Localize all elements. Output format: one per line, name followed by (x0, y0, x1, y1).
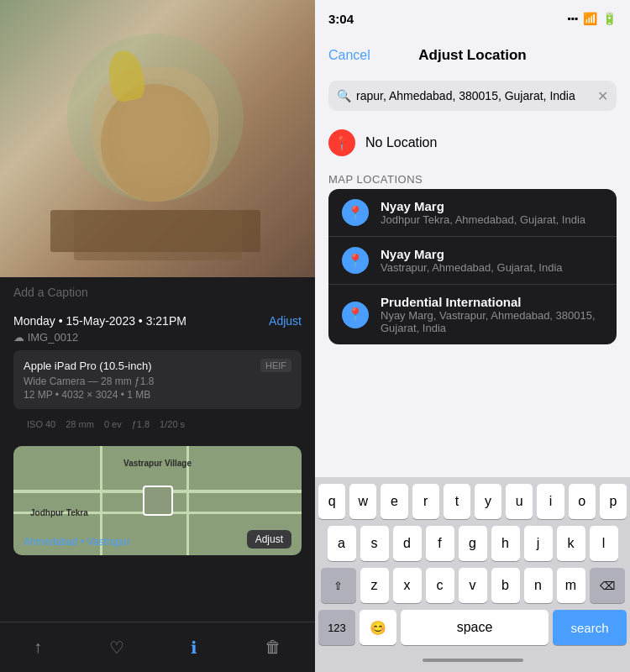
key-t[interactable]: t (444, 484, 470, 519)
result-item-0[interactable]: 📍 Nyay Marg Jodhpur Tekra, Ahmedabad, Gu… (328, 189, 617, 237)
key-k[interactable]: k (557, 526, 585, 561)
result-text-1: Nyay Marg Vastrapur, Ahmedabad, Gujarat,… (381, 247, 603, 274)
favorite-icon[interactable]: ♡ (109, 638, 124, 658)
location-pin-0: 📍 (342, 199, 369, 226)
key-i[interactable]: i (537, 484, 564, 519)
filename: ☁ IMG_0012 (13, 331, 302, 344)
map-photo-thumbnail (143, 486, 173, 516)
map-label-vastrapur: Vastrapur Village (123, 459, 192, 468)
result-item-2[interactable]: 📍 Prudential International Nyay Marg, Va… (328, 285, 617, 344)
right-panel: 3:04 ▪▪▪ 📶 🔋 Cancel Adjust Location 🔍 ra… (315, 0, 630, 672)
map-adjust-button[interactable]: Adjust (247, 530, 291, 549)
key-r[interactable]: r (412, 484, 439, 519)
status-icons: ▪▪▪ 📶 🔋 (567, 12, 617, 25)
keyboard-row-4: 123 😊 space search (318, 610, 627, 645)
location-off-icon: 📍 (333, 135, 350, 151)
adjust-link[interactable]: Adjust (269, 314, 302, 328)
specs-text: 12 MP • 4032 × 3024 • 1 MB (24, 389, 150, 401)
left-panel: Add a Caption Monday • 15-May-2023 • 3:2… (0, 0, 315, 672)
exif-row: ISO 40 28 mm 0 ev ƒ1.8 1/20 s (13, 416, 302, 433)
format-badge: HEIF (260, 359, 291, 372)
battery-icon: 🔋 (602, 12, 617, 25)
date-row: Monday • 15-May-2023 • 3:21PM Adjust (13, 314, 302, 328)
result-name-1: Nyay Marg (381, 247, 603, 261)
tech-specs: 12 MP • 4032 × 3024 • 1 MB (24, 389, 291, 401)
key-emoji[interactable]: 😊 (360, 610, 396, 645)
map-link-row: Ahmedabad • Vastrapur (24, 533, 130, 549)
location-pin-1: 📍 (342, 247, 369, 274)
key-p[interactable]: p (600, 484, 627, 519)
result-name-2: Prudential International (381, 295, 603, 309)
map-location-link[interactable]: Ahmedabad • Vastrapur (24, 536, 130, 548)
results-list: 📍 Nyay Marg Jodhpur Tekra, Ahmedabad, Gu… (328, 189, 617, 344)
key-o[interactable]: o (569, 484, 596, 519)
meta-section: Monday • 15-May-2023 • 3:21PM Adjust ☁ I… (0, 307, 315, 439)
key-h[interactable]: h (491, 526, 520, 561)
keyboard: q w e r t y u i o p a s d f g h j k l ⇧ … (315, 477, 630, 672)
search-bar-container: 🔍 rapur, Ahmedabad, 380015, Gujarat, Ind… (315, 74, 630, 118)
photo-image (0, 0, 315, 277)
key-n[interactable]: n (524, 568, 553, 603)
filename-text: IMG_0012 (28, 331, 79, 344)
key-a[interactable]: a (328, 526, 356, 561)
no-location-row[interactable]: 📍 No Location (315, 118, 630, 168)
key-j[interactable]: j (524, 526, 553, 561)
device-info-box: Apple iPad Pro (10.5-inch) HEIF Wide Cam… (13, 350, 302, 409)
status-time: 3:04 (328, 12, 354, 26)
key-f[interactable]: f (426, 526, 454, 561)
search-bar[interactable]: 🔍 rapur, Ahmedabad, 380015, Gujarat, Ind… (328, 81, 617, 111)
key-x[interactable]: x (393, 568, 422, 603)
key-numbers[interactable]: 123 (318, 610, 355, 645)
key-d[interactable]: d (393, 526, 422, 561)
keyboard-row-1: q w e r t y u i o p (318, 484, 627, 519)
photo-date: Monday • 15-May-2023 • 3:21PM (13, 314, 186, 328)
key-g[interactable]: g (459, 526, 487, 561)
share-icon[interactable]: ↑ (34, 638, 42, 657)
result-text-0: Nyay Marg Jodhpur Tekra, Ahmedabad, Guja… (381, 199, 603, 226)
key-q[interactable]: q (318, 484, 345, 519)
key-backspace[interactable]: ⌫ (590, 568, 625, 603)
keyboard-row-2: a s d f g h j k l (318, 526, 627, 561)
iso-value: ISO 40 (27, 419, 55, 429)
no-location-label: No Location (365, 135, 437, 150)
result-item-1[interactable]: 📍 Nyay Marg Vastrapur, Ahmedabad, Gujara… (328, 237, 617, 285)
key-space[interactable]: space (401, 610, 549, 645)
search-clear-icon[interactable]: ✕ (597, 88, 608, 104)
key-w[interactable]: w (349, 484, 376, 519)
key-u[interactable]: u (506, 484, 533, 519)
map-thumbnail-container[interactable]: Vastrapur Village Jodhpur Tekra Ahmedaba… (13, 446, 302, 555)
key-s[interactable]: s (360, 526, 389, 561)
key-search[interactable]: search (553, 610, 627, 645)
caption-area[interactable]: Add a Caption (0, 277, 315, 307)
device-name: Apple iPad Pro (10.5-inch) (24, 360, 151, 372)
wifi-icon: 📶 (583, 12, 597, 25)
key-v[interactable]: v (459, 568, 487, 603)
key-y[interactable]: y (475, 484, 501, 519)
ev-value: 0 ev (104, 419, 122, 429)
key-z[interactable]: z (360, 568, 389, 603)
search-input-text[interactable]: rapur, Ahmedabad, 380015, Gujarat, India (356, 89, 592, 102)
key-b[interactable]: b (491, 568, 520, 603)
no-location-icon: 📍 (328, 129, 355, 156)
signal-icon: ▪▪▪ (567, 13, 578, 24)
cancel-button[interactable]: Cancel (328, 48, 370, 63)
info-icon[interactable]: ℹ (191, 638, 197, 658)
result-address-2: Nyay Marg, Vastrapur, Ahmedabad, 380015,… (381, 309, 603, 334)
delete-icon[interactable]: 🗑 (265, 638, 281, 657)
key-e[interactable]: e (381, 484, 407, 519)
key-c[interactable]: c (426, 568, 454, 603)
result-name-0: Nyay Marg (381, 199, 603, 213)
home-indicator (318, 652, 627, 669)
keyboard-row-3: ⇧ z x c v b n m ⌫ (318, 568, 627, 603)
shutter-value: 1/20 s (160, 419, 185, 429)
search-icon: 🔍 (337, 89, 351, 102)
key-l[interactable]: l (590, 526, 618, 561)
focal-length: 28 mm (66, 419, 94, 429)
nav-bar: Cancel Adjust Location (315, 37, 630, 74)
camera-info: Wide Camera — 28 mm ƒ1.8 (24, 375, 291, 387)
key-m[interactable]: m (557, 568, 585, 603)
key-shift[interactable]: ⇧ (321, 568, 356, 603)
caption-placeholder: Add a Caption (13, 286, 88, 299)
cloud-icon: ☁ (13, 331, 24, 344)
result-address-1: Vastrapur, Ahmedabad, Gujarat, India (381, 261, 603, 274)
